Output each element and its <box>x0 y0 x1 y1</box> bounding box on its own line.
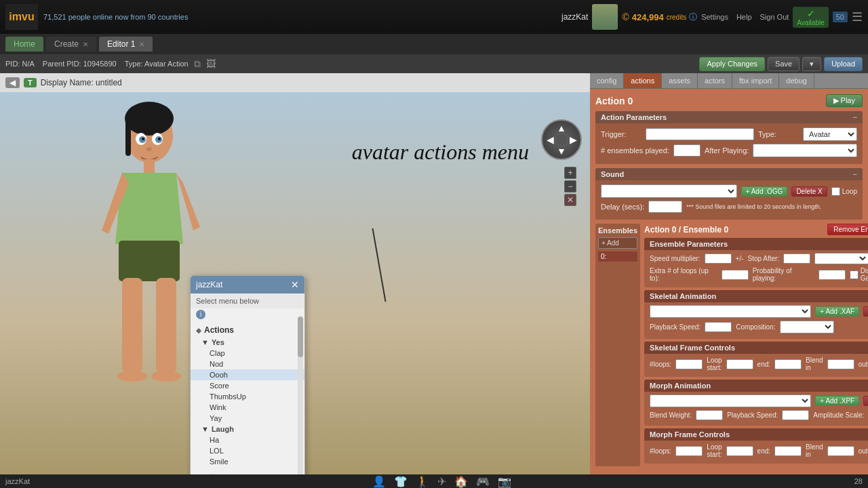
photo-icon[interactable]: 🖼 <box>206 58 216 69</box>
score-item[interactable]: Score <box>191 380 304 391</box>
morph-animation-body: + Add .XPF Delete X Blend Weight: Playba… <box>644 392 868 426</box>
viewport-header: ◀ T Display Name: untitled <box>0 73 590 92</box>
playback-speed-input[interactable] <box>705 322 732 332</box>
more-item[interactable]: ... <box>191 467 304 474</box>
action-title: Action 0 <box>595 96 633 106</box>
morph-blend-in-input[interactable] <box>827 446 854 456</box>
stop-after-input[interactable] <box>783 253 810 264</box>
thumbsup-item[interactable]: ThumbsUp <box>191 391 304 402</box>
upload-button[interactable]: Upload <box>824 57 863 71</box>
end-input[interactable] <box>774 359 802 369</box>
credits-info-button[interactable]: ⓘ <box>689 12 697 23</box>
sound-select[interactable] <box>601 184 737 198</box>
sound-note: *** Sound files are limited to 20 second… <box>686 203 821 210</box>
delete-xpf-button[interactable]: Delete X <box>863 396 868 406</box>
arrow-right-button[interactable]: ▶ <box>567 134 579 146</box>
signout-link[interactable]: Sign Out <box>760 13 789 21</box>
morph-loops-input[interactable] <box>675 446 703 456</box>
morph-playback-input[interactable] <box>782 410 809 420</box>
skeletal-loops-input[interactable] <box>675 359 703 369</box>
settings-link[interactable]: Settings <box>701 13 728 21</box>
composition-select[interactable] <box>780 321 834 333</box>
close-zoom-button[interactable]: ✕ <box>564 194 576 206</box>
ensemble-item-0[interactable]: 0: <box>598 251 637 262</box>
availability-indicator[interactable]: ✓ Available <box>793 7 828 28</box>
probability-input[interactable] <box>818 270 846 280</box>
apply-changes-button[interactable]: Apply Changes <box>699 57 765 71</box>
save-dropdown-button[interactable]: ▾ <box>802 57 821 71</box>
clap-item[interactable]: Clap <box>191 348 304 359</box>
tab-fbximport[interactable]: fbx import <box>732 73 779 88</box>
zoom-out-button[interactable]: − <box>564 180 576 192</box>
prev-button[interactable]: ◀ <box>5 77 20 88</box>
xaf-select[interactable] <box>650 305 811 318</box>
add-ogg-button[interactable]: + Add .OGG <box>741 186 788 197</box>
play-button[interactable]: ▶ Play <box>826 94 863 107</box>
oooh-item[interactable]: Oooh <box>191 369 304 380</box>
morph-end-input[interactable] <box>774 446 802 456</box>
action-menu-popup: jazzKat ✕ Select menu below i ◆ Actions <box>190 275 305 474</box>
figure-bottom-icon[interactable]: 🚶 <box>416 475 429 488</box>
menu-scrollbar[interactable] <box>298 317 303 474</box>
tab-actions[interactable]: actions <box>624 73 662 88</box>
menu-scroll-thumb[interactable] <box>298 317 303 357</box>
save-button[interactable]: Save <box>768 57 800 71</box>
delete-xaf-button[interactable]: Delete X <box>863 306 868 317</box>
morph-loop-start-input[interactable] <box>726 446 753 456</box>
close-editor1-tab[interactable]: ✕ <box>139 41 144 48</box>
after-playing-select[interactable] <box>753 144 857 157</box>
blend-weight-input[interactable] <box>696 410 723 420</box>
extra-loops-input[interactable] <box>722 270 749 280</box>
blend-in-input[interactable] <box>827 359 854 369</box>
trigger-input[interactable] <box>646 128 754 140</box>
disable-gaze-checkbox[interactable] <box>850 270 859 279</box>
copy-icon[interactable]: ⧉ <box>194 58 201 70</box>
ha-item[interactable]: Ha <box>191 434 304 445</box>
add-ensemble-button[interactable]: + Add <box>598 237 637 249</box>
laugh-label: Laugh <box>212 425 234 433</box>
ensembles-played-input[interactable] <box>673 144 701 157</box>
close-create-tab[interactable]: ✕ <box>83 41 88 48</box>
tab-config[interactable]: config <box>590 73 624 88</box>
status-username: jazzKat <box>5 477 30 485</box>
tab-actors[interactable]: actors <box>698 73 732 88</box>
smile-item[interactable]: Smile <box>191 456 304 467</box>
actions-expand-icon: ◆ <box>196 327 201 334</box>
delay-input[interactable] <box>648 201 682 213</box>
home-bottom-icon[interactable]: 🏠 <box>454 475 468 488</box>
person-bottom-icon[interactable]: 👤 <box>372 475 386 488</box>
lol-item[interactable]: LOL <box>191 445 304 456</box>
airplane-bottom-icon[interactable]: ✈ <box>437 475 446 488</box>
tab-assets[interactable]: assets <box>662 73 698 88</box>
xpf-select[interactable] <box>650 394 811 407</box>
wink-item[interactable]: Wink <box>191 402 304 413</box>
sound-collapse[interactable]: − <box>853 170 857 178</box>
loop-start-input[interactable] <box>726 359 753 369</box>
gamepad-bottom-icon[interactable]: 🎮 <box>476 475 490 488</box>
tab-create[interactable]: Create ✕ <box>46 37 96 52</box>
stop-after-select[interactable] <box>814 253 868 264</box>
arrow-left-button[interactable]: ◀ <box>544 134 556 146</box>
shirt-bottom-icon[interactable]: 👕 <box>394 475 408 488</box>
action-menu-close-button[interactable]: ✕ <box>291 279 299 290</box>
yay-item[interactable]: Yay <box>191 413 304 424</box>
type-select[interactable]: Avatar <box>803 127 857 141</box>
action-parameters-collapse[interactable]: − <box>853 113 857 121</box>
nod-item[interactable]: Nod <box>191 359 304 369</box>
zoom-in-button[interactable]: + <box>564 167 576 179</box>
tab-home[interactable]: Home <box>5 37 43 52</box>
loop-checkbox[interactable] <box>831 187 840 196</box>
arrow-down-button[interactable]: ▼ <box>555 145 568 157</box>
camera-bottom-icon[interactable]: 📷 <box>498 475 511 488</box>
arrow-up-button[interactable]: ▲ <box>555 122 568 134</box>
add-xpf-button[interactable]: + Add .XPF <box>815 396 859 406</box>
add-xaf-button[interactable]: + Add .XAF <box>815 306 859 317</box>
zoom-controls: + − ✕ <box>564 167 576 206</box>
tab-editor1[interactable]: Editor 1 ✕ <box>99 37 153 52</box>
help-link[interactable]: Help <box>736 13 752 21</box>
delete-ogg-button[interactable]: Delete X <box>791 186 827 197</box>
menu-icon[interactable]: ☰ <box>852 9 863 24</box>
tab-debug[interactable]: debug <box>779 73 814 88</box>
remove-ensemble-button[interactable]: Remove Ensemble ✕ <box>827 224 868 235</box>
speed-multiplier-input[interactable] <box>705 253 732 264</box>
